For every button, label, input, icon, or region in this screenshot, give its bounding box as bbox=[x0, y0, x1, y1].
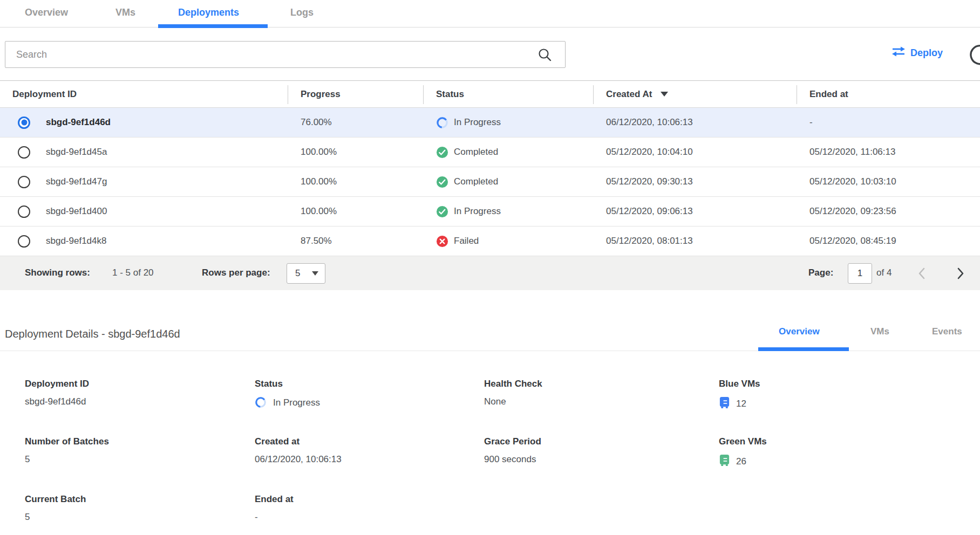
page-number-input[interactable] bbox=[848, 263, 872, 284]
tab-logs[interactable]: Logs bbox=[290, 7, 314, 18]
deployment-id-value: sbgd-9ef1d45a bbox=[46, 147, 107, 157]
status-failed-icon bbox=[436, 235, 448, 248]
column-header-status: Status bbox=[423, 81, 593, 107]
table-row[interactable]: sbgd-9ef1d46d 76.00% In Progress 06/12/2… bbox=[0, 108, 980, 138]
deployment-id-value: sbgd-9ef1d46d bbox=[46, 117, 111, 128]
created-at-value: 06/12/2020, 10:06:13 bbox=[593, 117, 797, 128]
rows-per-page-select[interactable]: 5 bbox=[287, 263, 325, 284]
status-completed-icon bbox=[436, 205, 448, 218]
page-total: of 4 bbox=[876, 268, 891, 278]
field-value: None bbox=[484, 396, 719, 407]
vm-green-icon bbox=[719, 454, 730, 469]
table-row[interactable]: sbgd-9ef1d400 100.00% In Progress 05/12/… bbox=[0, 197, 980, 227]
deployment-details-header: Deployment Details - sbgd-9ef1d46d Overv… bbox=[0, 320, 980, 351]
refresh-icon[interactable] bbox=[968, 43, 980, 69]
page-label: Page: bbox=[808, 268, 833, 278]
table-row[interactable]: sbgd-9ef1d4k8 87.50% Failed 05/12/2020, … bbox=[0, 227, 980, 256]
showing-rows-label: Showing rows: bbox=[25, 268, 90, 278]
field-value: In Progress bbox=[273, 397, 320, 408]
toolbar: Deploy bbox=[0, 41, 980, 69]
field-status: Status In Progress bbox=[255, 379, 484, 436]
table-pagination-bar: Showing rows: 1 - 5 of 20 Rows per page:… bbox=[0, 256, 980, 290]
search-icon bbox=[537, 47, 552, 64]
field-label: Green VMs bbox=[719, 436, 980, 447]
row-radio[interactable] bbox=[18, 176, 30, 188]
table-row[interactable]: sbgd-9ef1d45a 100.00% Completed 05/12/20… bbox=[0, 138, 980, 167]
field-created-at: Created at 06/12/2020, 10:06:13 bbox=[255, 436, 484, 494]
deploy-button[interactable]: Deploy bbox=[891, 46, 943, 59]
chevron-down-icon bbox=[312, 271, 318, 276]
field-value: sbgd-9ef1d46d bbox=[25, 396, 255, 407]
field-blue-vms: Blue VMs 12 bbox=[719, 379, 980, 436]
created-at-value: 05/12/2020, 08:01:13 bbox=[593, 236, 797, 246]
field-label: Status bbox=[255, 379, 484, 389]
column-header-ended-at: Ended at bbox=[797, 81, 980, 107]
details-tab-overview[interactable]: Overview bbox=[779, 326, 820, 337]
rows-per-page-label: Rows per page: bbox=[202, 268, 270, 278]
field-label: Health Check bbox=[484, 379, 719, 389]
ended-at-value: - bbox=[797, 117, 980, 128]
tab-overview[interactable]: Overview bbox=[25, 7, 68, 18]
column-header-created-at[interactable]: Created At bbox=[593, 81, 797, 107]
created-at-value: 05/12/2020, 09:30:13 bbox=[593, 176, 797, 187]
status-label: Failed bbox=[454, 236, 479, 246]
deployment-id-value: sbgd-9ef1d4k8 bbox=[46, 236, 106, 246]
field-value: - bbox=[255, 512, 484, 523]
status-in-progress-icon bbox=[255, 396, 267, 409]
main-tabs-bar: Overview VMs Deployments Logs bbox=[0, 0, 980, 28]
deployment-id-value: sbgd-9ef1d47g bbox=[46, 176, 107, 187]
showing-rows-value: 1 - 5 of 20 bbox=[112, 268, 154, 278]
field-label: Grace Period bbox=[484, 436, 719, 447]
field-grace-period: Grace Period 900 seconds bbox=[484, 436, 719, 494]
column-header-progress: Progress bbox=[288, 81, 423, 107]
progress-value: 100.00% bbox=[288, 176, 423, 187]
previous-page-icon[interactable] bbox=[917, 267, 926, 283]
table-header-row: Deployment ID Progress Status Created At… bbox=[0, 80, 980, 108]
details-grid: Deployment ID sbgd-9ef1d46d Status In Pr… bbox=[0, 351, 980, 535]
field-label: Deployment ID bbox=[25, 379, 255, 389]
status-label: In Progress bbox=[454, 206, 501, 217]
next-page-icon[interactable] bbox=[956, 267, 965, 283]
deploy-button-label: Deploy bbox=[910, 47, 943, 59]
deployment-id-value: sbgd-9ef1d400 bbox=[46, 206, 107, 217]
tab-vms[interactable]: VMs bbox=[115, 7, 135, 18]
details-tab-events[interactable]: Events bbox=[932, 326, 962, 337]
progress-value: 100.00% bbox=[288, 206, 423, 217]
vm-blue-icon bbox=[719, 396, 730, 411]
status-completed-icon bbox=[436, 176, 448, 188]
rows-per-page-value: 5 bbox=[295, 268, 300, 279]
sort-desc-icon bbox=[661, 92, 668, 97]
field-value: 12 bbox=[736, 399, 746, 409]
details-title: Deployment Details - sbgd-9ef1d46d bbox=[5, 328, 180, 340]
progress-value: 76.00% bbox=[288, 117, 423, 128]
field-health-check: Health Check None bbox=[484, 379, 719, 436]
tab-deployments[interactable]: Deployments bbox=[178, 7, 239, 18]
field-value: 26 bbox=[736, 456, 746, 467]
ended-at-value: 05/12/2020, 11:06:13 bbox=[797, 147, 980, 157]
status-completed-icon bbox=[436, 146, 448, 159]
table-row[interactable]: sbgd-9ef1d47g 100.00% Completed 05/12/20… bbox=[0, 167, 980, 197]
details-tab-vms[interactable]: VMs bbox=[870, 326, 889, 337]
row-radio[interactable] bbox=[18, 205, 30, 218]
field-label: Current Batch bbox=[25, 494, 255, 505]
row-radio[interactable] bbox=[18, 146, 30, 159]
field-value: 06/12/2020, 10:06:13 bbox=[255, 454, 484, 465]
field-deployment-id: Deployment ID sbgd-9ef1d46d bbox=[25, 379, 255, 436]
progress-value: 100.00% bbox=[288, 147, 423, 157]
created-at-value: 05/12/2020, 10:04:10 bbox=[593, 147, 797, 157]
field-number-of-batches: Number of Batches 5 bbox=[25, 436, 255, 494]
active-tab-underline bbox=[158, 24, 268, 28]
row-radio[interactable] bbox=[18, 235, 30, 248]
field-ended-at: Ended at - bbox=[255, 494, 484, 535]
field-value: 5 bbox=[25, 512, 255, 523]
progress-value: 87.50% bbox=[288, 236, 423, 246]
row-radio-selected[interactable] bbox=[18, 116, 30, 129]
field-label: Number of Batches bbox=[25, 436, 255, 447]
search-input[interactable] bbox=[5, 41, 566, 68]
field-green-vms: Green VMs 26 bbox=[719, 436, 980, 494]
status-label: Completed bbox=[454, 147, 498, 157]
field-value: 5 bbox=[25, 454, 255, 465]
deployments-table: Deployment ID Progress Status Created At… bbox=[0, 80, 980, 290]
active-details-tab-underline bbox=[758, 347, 849, 351]
status-in-progress-icon bbox=[436, 116, 448, 129]
